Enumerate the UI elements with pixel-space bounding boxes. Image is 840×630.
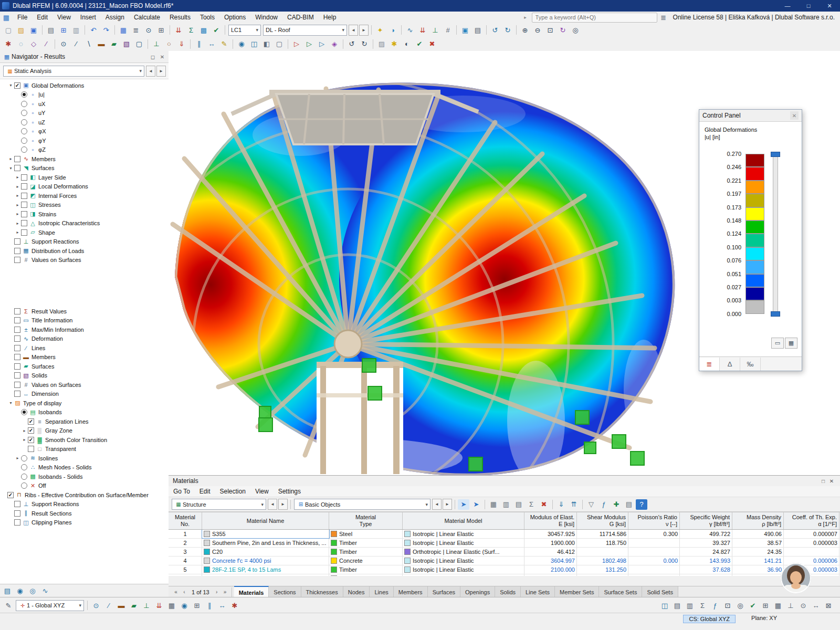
load-combinations-icon[interactable]: Σ [185, 25, 197, 35]
snap-intersection-icon[interactable]: ⊞ [191, 600, 203, 611]
checkbox[interactable] [14, 391, 20, 397]
cell-ga[interactable]: 24.827 [680, 548, 732, 556]
tree-item-local-deformations[interactable]: ▸◪Local Deformations [0, 182, 169, 192]
cell-ga[interactable]: 143.993 [680, 556, 732, 565]
annotation-icon[interactable]: ✎ [218, 39, 230, 49]
cell-nu[interactable] [628, 548, 680, 556]
cell-e[interactable]: 2100.000 [524, 565, 577, 574]
radio-button[interactable] [21, 409, 27, 415]
cell-model[interactable]: Orthotropic | Linear Elastic (Surf... [403, 548, 524, 556]
select-all-icon[interactable]: ➤ [470, 499, 482, 510]
work-plane-icon[interactable]: ◇ [28, 39, 39, 49]
control-panel-close-icon[interactable]: ✕ [790, 111, 799, 120]
tab-thicknesses[interactable]: Thicknesses [301, 586, 343, 597]
cell-rh[interactable]: 36.90 [732, 565, 784, 574]
tree-item-separation-lines[interactable]: ✓≡Separation Lines [0, 417, 169, 426]
rotate-view-icon[interactable]: ↻ [557, 25, 569, 35]
cell-ga[interactable]: 39.327 [680, 539, 732, 547]
cell-g[interactable] [577, 574, 628, 576]
cell-ga[interactable]: 499.722 [680, 530, 732, 538]
cell-nu[interactable] [628, 565, 680, 574]
checkbox[interactable] [14, 363, 20, 370]
menu-selection[interactable]: Selection [215, 486, 250, 497]
tree-item-clipping-planes[interactable]: ◫Clipping Planes [0, 518, 169, 528]
tree-item-distribution-of-loads[interactable]: ▦Distribution of Loads [0, 246, 169, 256]
tree-item-values-on-surfaces[interactable]: #Values on Surfaces [0, 380, 169, 390]
row-number[interactable]: 5 [169, 565, 202, 574]
background-icon[interactable]: ▨ [376, 39, 387, 49]
checkbox[interactable] [14, 308, 20, 314]
previous-view-icon[interactable]: ↺ [346, 39, 358, 49]
snap-node-icon[interactable]: ⊙ [90, 600, 102, 611]
zoom-box-icon[interactable]: ⊡ [722, 600, 733, 611]
checkbox[interactable] [14, 317, 20, 323]
zoom-out-icon[interactable]: ⊖ [532, 25, 543, 35]
column-header-coeff-of-th-exp-1-f[interactable]: Coeff. of Th. Exp.α [1/°F] [784, 512, 839, 529]
tree-item-isobands[interactable]: ▤Isobands [0, 408, 169, 417]
data-tab-icon[interactable]: ▤ [2, 585, 13, 596]
print-graphic-icon[interactable]: ▤ [472, 25, 484, 35]
tables-icon[interactable]: ▦ [118, 25, 129, 35]
control-panel-window[interactable]: Control Panel ✕ Global Deformations |u| … [699, 109, 802, 371]
tree-item-result-values[interactable]: ΣResult Values [0, 307, 169, 316]
expander-icon[interactable]: ▸ [15, 221, 20, 226]
close-panel-icon[interactable]: ✕ [158, 52, 166, 61]
snap-member-icon[interactable]: ▬ [116, 600, 127, 611]
zoom-in-icon[interactable]: ⊕ [519, 25, 531, 35]
cell-type[interactable]: Concrete [329, 556, 403, 565]
cell-ga[interactable]: 37.628 [680, 565, 732, 574]
app-menu-icon[interactable]: ▦ [1, 12, 12, 23]
expander-icon[interactable]: ▾ [8, 166, 14, 171]
previous-page-icon[interactable]: ‹ [180, 588, 188, 596]
tree-item-isolines[interactable]: ▸≋Isolines [0, 454, 169, 463]
snap-surface-icon[interactable]: ▰ [128, 600, 140, 611]
copy-icon[interactable]: ⊞ [58, 25, 69, 35]
formula-toggle-icon[interactable]: ƒ [709, 600, 721, 611]
menu-view[interactable]: View [250, 486, 274, 497]
legend-slider-min-handle[interactable] [771, 311, 780, 317]
expander-icon[interactable]: ▸ [15, 203, 20, 207]
zoom-window-icon[interactable]: ⊡ [544, 25, 556, 35]
cell-name[interactable]: Southern Pine, 2in and Less in Thickness… [202, 539, 329, 547]
tree-item-type-of-display[interactable]: ▾▨Type of display [0, 398, 169, 408]
material-row-5[interactable]: 528F-2.1E SP, 4 to 15 LamsTimberIsotropi… [169, 565, 840, 574]
cell-model[interactable]: Isotropic | Linear Elastic [403, 565, 524, 574]
print-icon[interactable]: ▤ [45, 25, 57, 35]
tree-item-x[interactable]: ▫φX [0, 127, 169, 136]
load-case-combo[interactable]: DL - Roof▾ [263, 25, 347, 36]
display-tab-icon[interactable]: ◉ [14, 585, 26, 596]
cell-type[interactable] [329, 574, 403, 576]
legend-edit-button[interactable]: ▦ [785, 338, 797, 349]
polyline-tool-icon[interactable]: ∖ [83, 39, 94, 49]
objects-next-button[interactable]: ► [443, 499, 452, 510]
next-view-icon[interactable]: ↻ [359, 39, 370, 49]
tree-item-surfaces[interactable]: ▾◥Surfaces [0, 164, 169, 173]
section-line-icon[interactable]: ∥ [193, 39, 205, 49]
tree-item-uz[interactable]: ▫uZ [0, 118, 169, 127]
osnap-toggle-icon[interactable]: ⊙ [797, 600, 809, 611]
sum-toggle-icon[interactable]: Σ [697, 600, 708, 611]
menu-cad-bim[interactable]: CAD-BIM [282, 12, 319, 23]
row-filter-icon[interactable]: ▤ [513, 499, 524, 510]
new-model-icon[interactable]: ▢ [3, 25, 14, 35]
coordinate-system-status[interactable]: CS: Global XYZ [683, 615, 736, 623]
tree-item-isotropic-characteristics[interactable]: ▸△Isotropic Characteristics [0, 219, 169, 228]
legend-slider-track[interactable] [773, 154, 778, 314]
color-scale-tab[interactable]: ≣ [699, 358, 720, 371]
export-icon[interactable]: ⇈ [568, 499, 580, 510]
control-panel-titlebar[interactable]: Control Panel ✕ [699, 110, 802, 122]
next-load-case-button[interactable]: ► [359, 25, 369, 36]
next-page-icon[interactable]: › [213, 588, 221, 596]
tab-nodes[interactable]: Nodes [343, 586, 370, 597]
material-row-3[interactable]: 3C20TimberOrthotropic | Linear Elastic (… [169, 548, 840, 556]
tree-item-title-information[interactable]: ▭Title Information [0, 316, 169, 326]
expander-icon[interactable]: ▸ [15, 184, 20, 189]
tree-item-deformation[interactable]: ∿Deformation [0, 334, 169, 344]
column-header-material-model[interactable]: Material Model [403, 512, 524, 529]
menu-help[interactable]: Help [319, 12, 341, 23]
tree-item-layer-side[interactable]: ▸◧Layer Side [0, 173, 169, 182]
legend-options-button[interactable]: ▭ [771, 338, 784, 349]
checkbox[interactable] [14, 335, 20, 342]
cell-name[interactable]: S355 [202, 530, 329, 538]
tab-line-sets[interactable]: Line Sets [521, 586, 555, 597]
